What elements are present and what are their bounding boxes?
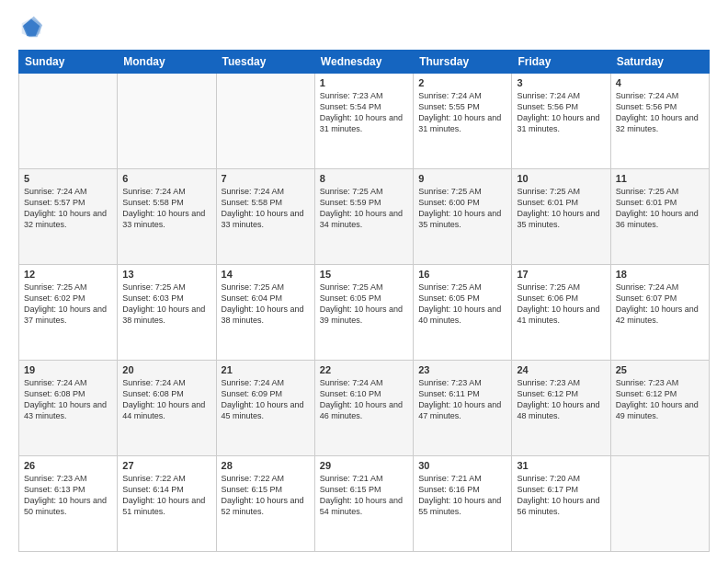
- calendar-cell: 3Sunrise: 7:24 AM Sunset: 5:56 PM Daylig…: [512, 74, 610, 169]
- week-row-2: 5Sunrise: 7:24 AM Sunset: 5:57 PM Daylig…: [19, 169, 710, 265]
- day-number: 6: [122, 173, 210, 184]
- week-row-4: 19Sunrise: 7:24 AM Sunset: 6:08 PM Dayli…: [19, 361, 710, 456]
- calendar-cell: 14Sunrise: 7:25 AM Sunset: 6:04 PM Dayli…: [216, 265, 314, 361]
- day-number: 14: [222, 269, 310, 280]
- day-info: Sunrise: 7:24 AM Sunset: 6:07 PM Dayligh…: [616, 282, 704, 327]
- weekday-header-sunday: Sunday: [19, 51, 118, 74]
- calendar-cell: 21Sunrise: 7:24 AM Sunset: 6:09 PM Dayli…: [216, 361, 314, 456]
- day-number: 18: [616, 269, 704, 280]
- calendar-cell: 5Sunrise: 7:24 AM Sunset: 5:57 PM Daylig…: [19, 169, 118, 265]
- day-info: Sunrise: 7:24 AM Sunset: 5:57 PM Dayligh…: [24, 186, 112, 231]
- logo: [18, 15, 48, 40]
- day-info: Sunrise: 7:25 AM Sunset: 6:00 PM Dayligh…: [418, 186, 506, 231]
- day-info: Sunrise: 7:25 AM Sunset: 6:01 PM Dayligh…: [616, 186, 704, 231]
- day-number: 20: [122, 364, 210, 375]
- calendar-cell: 15Sunrise: 7:25 AM Sunset: 6:05 PM Dayli…: [314, 265, 413, 361]
- day-info: Sunrise: 7:23 AM Sunset: 6:12 PM Dayligh…: [616, 377, 704, 422]
- day-number: 13: [122, 269, 210, 280]
- day-info: Sunrise: 7:25 AM Sunset: 6:03 PM Dayligh…: [122, 282, 210, 327]
- day-info: Sunrise: 7:25 AM Sunset: 5:59 PM Dayligh…: [320, 186, 408, 231]
- calendar-cell: 1Sunrise: 7:23 AM Sunset: 5:54 PM Daylig…: [314, 74, 413, 169]
- day-info: Sunrise: 7:24 AM Sunset: 6:10 PM Dayligh…: [320, 377, 408, 422]
- calendar-cell: 17Sunrise: 7:25 AM Sunset: 6:06 PM Dayli…: [512, 265, 610, 361]
- day-number: 9: [418, 173, 506, 184]
- day-number: 25: [616, 364, 704, 375]
- calendar-cell: 20Sunrise: 7:24 AM Sunset: 6:08 PM Dayli…: [118, 361, 216, 456]
- day-info: Sunrise: 7:24 AM Sunset: 5:55 PM Dayligh…: [418, 90, 506, 135]
- calendar-cell: 13Sunrise: 7:25 AM Sunset: 6:03 PM Dayli…: [118, 265, 216, 361]
- day-number: 8: [320, 173, 408, 184]
- day-info: Sunrise: 7:25 AM Sunset: 6:06 PM Dayligh…: [517, 282, 605, 327]
- header: [18, 15, 710, 40]
- week-row-3: 12Sunrise: 7:25 AM Sunset: 6:02 PM Dayli…: [19, 265, 710, 361]
- day-info: Sunrise: 7:22 AM Sunset: 6:14 PM Dayligh…: [122, 473, 210, 518]
- day-info: Sunrise: 7:23 AM Sunset: 6:11 PM Dayligh…: [418, 377, 506, 422]
- day-number: 30: [418, 460, 506, 471]
- page: SundayMondayTuesdayWednesdayThursdayFrid…: [0, 0, 728, 563]
- day-number: 19: [24, 364, 112, 375]
- calendar-cell: 12Sunrise: 7:25 AM Sunset: 6:02 PM Dayli…: [19, 265, 118, 361]
- day-number: 4: [616, 77, 704, 88]
- logo-icon: [18, 15, 44, 40]
- day-number: 27: [122, 460, 210, 471]
- day-number: 3: [517, 77, 605, 88]
- day-number: 11: [616, 173, 704, 184]
- day-number: 12: [24, 269, 112, 280]
- day-number: 23: [418, 364, 506, 375]
- weekday-header-wednesday: Wednesday: [314, 51, 413, 74]
- calendar-cell: 31Sunrise: 7:20 AM Sunset: 6:17 PM Dayli…: [512, 456, 610, 552]
- day-info: Sunrise: 7:25 AM Sunset: 6:05 PM Dayligh…: [320, 282, 408, 327]
- day-info: Sunrise: 7:24 AM Sunset: 6:09 PM Dayligh…: [222, 377, 310, 422]
- day-info: Sunrise: 7:24 AM Sunset: 5:58 PM Dayligh…: [122, 186, 210, 231]
- day-number: 16: [418, 269, 506, 280]
- day-info: Sunrise: 7:21 AM Sunset: 6:15 PM Dayligh…: [320, 473, 408, 518]
- calendar-cell: 4Sunrise: 7:24 AM Sunset: 5:56 PM Daylig…: [610, 74, 709, 169]
- day-info: Sunrise: 7:25 AM Sunset: 6:05 PM Dayligh…: [418, 282, 506, 327]
- day-info: Sunrise: 7:23 AM Sunset: 5:54 PM Dayligh…: [320, 90, 408, 135]
- calendar-cell: 24Sunrise: 7:23 AM Sunset: 6:12 PM Dayli…: [512, 361, 610, 456]
- day-number: 31: [517, 460, 605, 471]
- weekday-header-monday: Monday: [118, 51, 216, 74]
- day-number: 10: [517, 173, 605, 184]
- day-number: 24: [517, 364, 605, 375]
- day-info: Sunrise: 7:24 AM Sunset: 5:56 PM Dayligh…: [616, 90, 704, 135]
- week-row-5: 26Sunrise: 7:23 AM Sunset: 6:13 PM Dayli…: [19, 456, 710, 552]
- day-info: Sunrise: 7:23 AM Sunset: 6:13 PM Dayligh…: [24, 473, 112, 518]
- calendar-cell: 7Sunrise: 7:24 AM Sunset: 5:58 PM Daylig…: [216, 169, 314, 265]
- calendar-cell: 30Sunrise: 7:21 AM Sunset: 6:16 PM Dayli…: [414, 456, 512, 552]
- calendar-cell: 25Sunrise: 7:23 AM Sunset: 6:12 PM Dayli…: [610, 361, 709, 456]
- calendar-cell: 2Sunrise: 7:24 AM Sunset: 5:55 PM Daylig…: [414, 74, 512, 169]
- day-info: Sunrise: 7:20 AM Sunset: 6:17 PM Dayligh…: [517, 473, 605, 518]
- day-number: 5: [24, 173, 112, 184]
- day-info: Sunrise: 7:25 AM Sunset: 6:01 PM Dayligh…: [517, 186, 605, 231]
- week-row-1: 1Sunrise: 7:23 AM Sunset: 5:54 PM Daylig…: [19, 74, 710, 169]
- calendar-cell: 8Sunrise: 7:25 AM Sunset: 5:59 PM Daylig…: [314, 169, 413, 265]
- day-number: 1: [320, 77, 408, 88]
- day-info: Sunrise: 7:23 AM Sunset: 6:12 PM Dayligh…: [517, 377, 605, 422]
- day-info: Sunrise: 7:22 AM Sunset: 6:15 PM Dayligh…: [222, 473, 310, 518]
- day-info: Sunrise: 7:21 AM Sunset: 6:16 PM Dayligh…: [418, 473, 506, 518]
- day-number: 26: [24, 460, 112, 471]
- calendar-cell: 23Sunrise: 7:23 AM Sunset: 6:11 PM Dayli…: [414, 361, 512, 456]
- day-info: Sunrise: 7:25 AM Sunset: 6:02 PM Dayligh…: [24, 282, 112, 327]
- day-info: Sunrise: 7:24 AM Sunset: 6:08 PM Dayligh…: [122, 377, 210, 422]
- weekday-header-friday: Friday: [512, 51, 610, 74]
- calendar-cell: [19, 74, 118, 169]
- day-info: Sunrise: 7:25 AM Sunset: 6:04 PM Dayligh…: [222, 282, 310, 327]
- calendar-cell: [610, 456, 709, 552]
- calendar-cell: 22Sunrise: 7:24 AM Sunset: 6:10 PM Dayli…: [314, 361, 413, 456]
- day-number: 15: [320, 269, 408, 280]
- calendar-cell: 27Sunrise: 7:22 AM Sunset: 6:14 PM Dayli…: [118, 456, 216, 552]
- day-number: 21: [222, 364, 310, 375]
- calendar-cell: 16Sunrise: 7:25 AM Sunset: 6:05 PM Dayli…: [414, 265, 512, 361]
- calendar-cell: 18Sunrise: 7:24 AM Sunset: 6:07 PM Dayli…: [610, 265, 709, 361]
- calendar-cell: 9Sunrise: 7:25 AM Sunset: 6:00 PM Daylig…: [414, 169, 512, 265]
- day-number: 7: [222, 173, 310, 184]
- day-number: 17: [517, 269, 605, 280]
- calendar-cell: 6Sunrise: 7:24 AM Sunset: 5:58 PM Daylig…: [118, 169, 216, 265]
- day-number: 29: [320, 460, 408, 471]
- calendar-cell: 29Sunrise: 7:21 AM Sunset: 6:15 PM Dayli…: [314, 456, 413, 552]
- day-number: 2: [418, 77, 506, 88]
- weekday-header-tuesday: Tuesday: [216, 51, 314, 74]
- day-number: 28: [222, 460, 310, 471]
